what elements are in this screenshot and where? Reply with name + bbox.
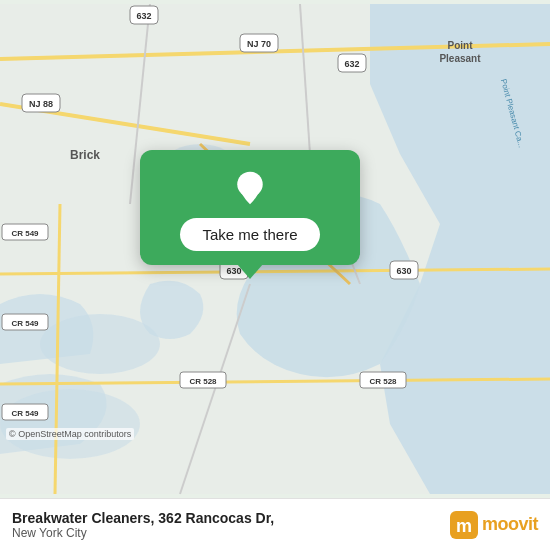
moovit-logo: m moovit <box>450 511 538 539</box>
svg-point-42 <box>245 180 254 189</box>
svg-text:m: m <box>456 516 472 536</box>
svg-text:632: 632 <box>136 11 151 21</box>
take-me-there-button[interactable]: Take me there <box>180 218 319 251</box>
location-name: Breakwater Cleaners, 362 Rancocas Dr, <box>12 510 274 526</box>
svg-text:CR 528: CR 528 <box>369 377 397 386</box>
location-info: Breakwater Cleaners, 362 Rancocas Dr, Ne… <box>12 510 274 540</box>
bottom-bar: Breakwater Cleaners, 362 Rancocas Dr, Ne… <box>0 498 550 550</box>
location-pin-icon <box>230 168 270 208</box>
svg-text:Pleasant: Pleasant <box>439 53 481 64</box>
svg-text:CR 549: CR 549 <box>11 229 39 238</box>
moovit-logo-icon: m <box>450 511 478 539</box>
svg-text:630: 630 <box>396 266 411 276</box>
osm-credit: © OpenStreetMap contributors <box>6 428 134 440</box>
location-city: New York City <box>12 526 274 540</box>
svg-point-2 <box>0 389 140 459</box>
tooltip-card: Take me there <box>140 150 360 265</box>
svg-text:CR 549: CR 549 <box>11 319 39 328</box>
svg-text:Point: Point <box>448 40 474 51</box>
map-container: NJ 70 NJ 88 632 632 630 630 CR 549 CR 54… <box>0 0 550 498</box>
svg-text:CR 528: CR 528 <box>189 377 217 386</box>
svg-text:NJ 88: NJ 88 <box>29 99 53 109</box>
svg-text:Brick: Brick <box>70 148 100 162</box>
svg-text:CR 549: CR 549 <box>11 409 39 418</box>
moovit-text: moovit <box>482 514 538 535</box>
svg-text:NJ 70: NJ 70 <box>247 39 271 49</box>
svg-text:632: 632 <box>344 59 359 69</box>
app: NJ 70 NJ 88 632 632 630 630 CR 549 CR 54… <box>0 0 550 550</box>
